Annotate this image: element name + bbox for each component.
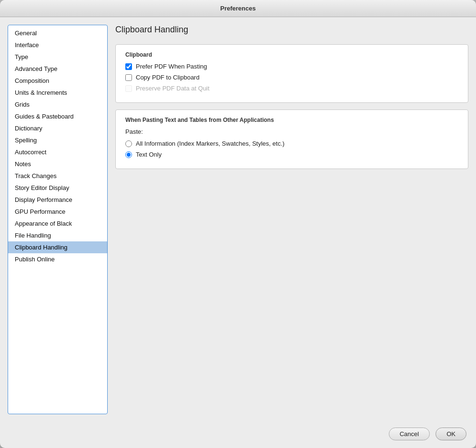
- sidebar-item-clipboard-handling[interactable]: Clipboard Handling: [8, 241, 107, 253]
- window-title: Preferences: [220, 5, 255, 12]
- sidebar-item-publish-online[interactable]: Publish Online: [8, 253, 107, 265]
- paste-card: When Pasting Text and Tables from Other …: [115, 110, 468, 169]
- text-only-label[interactable]: Text Only: [136, 151, 162, 158]
- prefer-pdf-checkbox[interactable]: [125, 63, 132, 70]
- sidebar-item-composition[interactable]: Composition: [8, 75, 107, 87]
- sidebar-item-advanced-type[interactable]: Advanced Type: [8, 63, 107, 75]
- paste-label: Paste:: [125, 128, 458, 135]
- sidebar-item-appearance-of-black[interactable]: Appearance of Black: [8, 218, 107, 229]
- sidebar-item-gpu-performance[interactable]: GPU Performance: [8, 206, 107, 218]
- bottom-bar: Cancel OK: [0, 422, 476, 448]
- sidebar-item-story-editor-display[interactable]: Story Editor Display: [8, 182, 107, 194]
- sidebar-item-autocorrect[interactable]: Autocorrect: [8, 146, 107, 158]
- sidebar-item-type[interactable]: Type: [8, 51, 107, 63]
- sidebar-item-interface[interactable]: Interface: [8, 39, 107, 51]
- prefer-pdf-label[interactable]: Prefer PDF When Pasting: [136, 63, 207, 70]
- sidebar-item-dictionary[interactable]: Dictionary: [8, 122, 107, 134]
- sidebar-item-guides-pasteboard[interactable]: Guides & Pasteboard: [8, 110, 107, 122]
- text-only-radio[interactable]: [125, 151, 132, 158]
- sidebar-item-display-performance[interactable]: Display Performance: [8, 194, 107, 206]
- sidebar-item-track-changes[interactable]: Track Changes: [8, 170, 107, 182]
- prefer-pdf-row: Prefer PDF When Pasting: [125, 63, 458, 70]
- all-info-label[interactable]: All Information (Index Markers, Swatches…: [136, 140, 284, 147]
- paste-group-title: When Pasting Text and Tables from Other …: [125, 117, 458, 123]
- clipboard-group-title: Clipboard: [125, 51, 458, 58]
- main-panel: Clipboard Handling Clipboard Prefer PDF …: [115, 25, 468, 414]
- preferences-window: Preferences GeneralInterfaceTypeAdvanced…: [0, 0, 476, 448]
- sidebar-item-general[interactable]: General: [8, 27, 107, 39]
- sidebar-item-notes[interactable]: Notes: [8, 158, 107, 170]
- preserve-pdf-checkbox: [125, 85, 132, 92]
- all-info-radio[interactable]: [125, 140, 132, 147]
- copy-pdf-label[interactable]: Copy PDF to Clipboard: [136, 74, 200, 81]
- sidebar-item-grids[interactable]: Grids: [8, 99, 107, 110]
- preserve-pdf-row: Preserve PDF Data at Quit: [125, 85, 458, 92]
- cancel-button[interactable]: Cancel: [389, 428, 430, 440]
- sidebar: GeneralInterfaceTypeAdvanced TypeComposi…: [8, 25, 108, 414]
- copy-pdf-checkbox[interactable]: [125, 74, 132, 81]
- all-info-row: All Information (Index Markers, Swatches…: [125, 140, 458, 147]
- sidebar-item-file-handling[interactable]: File Handling: [8, 229, 107, 241]
- section-title: Clipboard Handling: [115, 25, 468, 35]
- clipboard-card: Clipboard Prefer PDF When Pasting Copy P…: [115, 44, 468, 103]
- copy-pdf-row: Copy PDF to Clipboard: [125, 74, 458, 81]
- ok-button[interactable]: OK: [435, 428, 466, 440]
- sidebar-item-units-increments[interactable]: Units & Increments: [8, 87, 107, 99]
- sidebar-item-spelling[interactable]: Spelling: [8, 134, 107, 146]
- title-bar: Preferences: [0, 0, 476, 17]
- preserve-pdf-label: Preserve PDF Data at Quit: [136, 85, 210, 92]
- text-only-row: Text Only: [125, 151, 458, 158]
- window-content: GeneralInterfaceTypeAdvanced TypeComposi…: [0, 17, 476, 422]
